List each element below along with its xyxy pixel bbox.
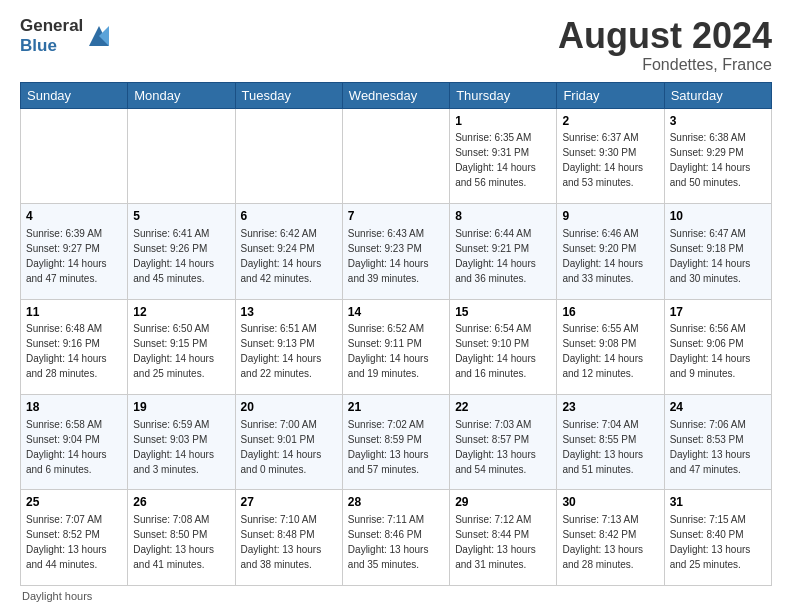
table-row: 27Sunrise: 7:10 AM Sunset: 8:48 PM Dayli…	[235, 490, 342, 586]
day-number: 7	[348, 208, 444, 225]
title-block: August 2024 Fondettes, France	[558, 16, 772, 74]
table-row: 5Sunrise: 6:41 AM Sunset: 9:26 PM Daylig…	[128, 204, 235, 299]
table-row: 9Sunrise: 6:46 AM Sunset: 9:20 PM Daylig…	[557, 204, 664, 299]
table-row	[21, 108, 128, 203]
table-row: 2Sunrise: 6:37 AM Sunset: 9:30 PM Daylig…	[557, 108, 664, 203]
table-row: 14Sunrise: 6:52 AM Sunset: 9:11 PM Dayli…	[342, 299, 449, 394]
day-number: 25	[26, 494, 122, 511]
table-row: 16Sunrise: 6:55 AM Sunset: 9:08 PM Dayli…	[557, 299, 664, 394]
table-row: 3Sunrise: 6:38 AM Sunset: 9:29 PM Daylig…	[664, 108, 771, 203]
day-info: Sunrise: 7:15 AM Sunset: 8:40 PM Dayligh…	[670, 514, 751, 570]
table-row: 20Sunrise: 7:00 AM Sunset: 9:01 PM Dayli…	[235, 395, 342, 490]
day-info: Sunrise: 6:47 AM Sunset: 9:18 PM Dayligh…	[670, 228, 751, 284]
day-info: Sunrise: 6:39 AM Sunset: 9:27 PM Dayligh…	[26, 228, 107, 284]
header: General Blue August 2024 Fondettes, Fran…	[20, 16, 772, 74]
table-row: 23Sunrise: 7:04 AM Sunset: 8:55 PM Dayli…	[557, 395, 664, 490]
day-number: 21	[348, 399, 444, 416]
day-number: 22	[455, 399, 551, 416]
table-row	[342, 108, 449, 203]
day-number: 20	[241, 399, 337, 416]
title-location: Fondettes, France	[558, 56, 772, 74]
day-info: Sunrise: 7:13 AM Sunset: 8:42 PM Dayligh…	[562, 514, 643, 570]
table-row: 6Sunrise: 6:42 AM Sunset: 9:24 PM Daylig…	[235, 204, 342, 299]
day-info: Sunrise: 6:54 AM Sunset: 9:10 PM Dayligh…	[455, 323, 536, 379]
day-info: Sunrise: 7:11 AM Sunset: 8:46 PM Dayligh…	[348, 514, 429, 570]
day-info: Sunrise: 6:35 AM Sunset: 9:31 PM Dayligh…	[455, 132, 536, 188]
col-wednesday: Wednesday	[342, 82, 449, 108]
table-row: 29Sunrise: 7:12 AM Sunset: 8:44 PM Dayli…	[450, 490, 557, 586]
day-number: 13	[241, 304, 337, 321]
calendar-table: Sunday Monday Tuesday Wednesday Thursday…	[20, 82, 772, 586]
col-sunday: Sunday	[21, 82, 128, 108]
logo-blue: Blue	[20, 36, 83, 56]
day-number: 23	[562, 399, 658, 416]
day-info: Sunrise: 6:46 AM Sunset: 9:20 PM Dayligh…	[562, 228, 643, 284]
day-number: 18	[26, 399, 122, 416]
calendar-week-5: 25Sunrise: 7:07 AM Sunset: 8:52 PM Dayli…	[21, 490, 772, 586]
page: General Blue August 2024 Fondettes, Fran…	[0, 0, 792, 612]
day-number: 5	[133, 208, 229, 225]
day-number: 24	[670, 399, 766, 416]
logo-general: General	[20, 16, 83, 36]
day-info: Sunrise: 6:37 AM Sunset: 9:30 PM Dayligh…	[562, 132, 643, 188]
day-info: Sunrise: 7:00 AM Sunset: 9:01 PM Dayligh…	[241, 419, 322, 475]
title-month: August 2024	[558, 16, 772, 56]
table-row: 7Sunrise: 6:43 AM Sunset: 9:23 PM Daylig…	[342, 204, 449, 299]
table-row: 1Sunrise: 6:35 AM Sunset: 9:31 PM Daylig…	[450, 108, 557, 203]
day-info: Sunrise: 6:38 AM Sunset: 9:29 PM Dayligh…	[670, 132, 751, 188]
day-number: 12	[133, 304, 229, 321]
calendar-week-3: 11Sunrise: 6:48 AM Sunset: 9:16 PM Dayli…	[21, 299, 772, 394]
day-number: 6	[241, 208, 337, 225]
day-info: Sunrise: 6:55 AM Sunset: 9:08 PM Dayligh…	[562, 323, 643, 379]
day-info: Sunrise: 6:56 AM Sunset: 9:06 PM Dayligh…	[670, 323, 751, 379]
day-info: Sunrise: 7:02 AM Sunset: 8:59 PM Dayligh…	[348, 419, 429, 475]
day-number: 17	[670, 304, 766, 321]
table-row: 24Sunrise: 7:06 AM Sunset: 8:53 PM Dayli…	[664, 395, 771, 490]
table-row: 26Sunrise: 7:08 AM Sunset: 8:50 PM Dayli…	[128, 490, 235, 586]
calendar-week-2: 4Sunrise: 6:39 AM Sunset: 9:27 PM Daylig…	[21, 204, 772, 299]
day-number: 28	[348, 494, 444, 511]
day-info: Sunrise: 6:59 AM Sunset: 9:03 PM Dayligh…	[133, 419, 214, 475]
col-tuesday: Tuesday	[235, 82, 342, 108]
table-row: 8Sunrise: 6:44 AM Sunset: 9:21 PM Daylig…	[450, 204, 557, 299]
day-info: Sunrise: 7:10 AM Sunset: 8:48 PM Dayligh…	[241, 514, 322, 570]
day-number: 30	[562, 494, 658, 511]
day-number: 31	[670, 494, 766, 511]
day-info: Sunrise: 7:07 AM Sunset: 8:52 PM Dayligh…	[26, 514, 107, 570]
day-info: Sunrise: 6:43 AM Sunset: 9:23 PM Dayligh…	[348, 228, 429, 284]
calendar-header-row: Sunday Monday Tuesday Wednesday Thursday…	[21, 82, 772, 108]
table-row: 11Sunrise: 6:48 AM Sunset: 9:16 PM Dayli…	[21, 299, 128, 394]
calendar-week-1: 1Sunrise: 6:35 AM Sunset: 9:31 PM Daylig…	[21, 108, 772, 203]
table-row: 25Sunrise: 7:07 AM Sunset: 8:52 PM Dayli…	[21, 490, 128, 586]
table-row: 15Sunrise: 6:54 AM Sunset: 9:10 PM Dayli…	[450, 299, 557, 394]
day-number: 19	[133, 399, 229, 416]
table-row: 19Sunrise: 6:59 AM Sunset: 9:03 PM Dayli…	[128, 395, 235, 490]
day-number: 4	[26, 208, 122, 225]
day-number: 2	[562, 113, 658, 130]
table-row: 22Sunrise: 7:03 AM Sunset: 8:57 PM Dayli…	[450, 395, 557, 490]
day-info: Sunrise: 7:03 AM Sunset: 8:57 PM Dayligh…	[455, 419, 536, 475]
day-info: Sunrise: 6:50 AM Sunset: 9:15 PM Dayligh…	[133, 323, 214, 379]
day-number: 16	[562, 304, 658, 321]
day-number: 10	[670, 208, 766, 225]
col-thursday: Thursday	[450, 82, 557, 108]
day-info: Sunrise: 7:04 AM Sunset: 8:55 PM Dayligh…	[562, 419, 643, 475]
col-monday: Monday	[128, 82, 235, 108]
day-number: 14	[348, 304, 444, 321]
day-info: Sunrise: 6:58 AM Sunset: 9:04 PM Dayligh…	[26, 419, 107, 475]
table-row: 28Sunrise: 7:11 AM Sunset: 8:46 PM Dayli…	[342, 490, 449, 586]
day-info: Sunrise: 6:41 AM Sunset: 9:26 PM Dayligh…	[133, 228, 214, 284]
day-info: Sunrise: 7:12 AM Sunset: 8:44 PM Dayligh…	[455, 514, 536, 570]
day-number: 8	[455, 208, 551, 225]
day-info: Sunrise: 7:06 AM Sunset: 8:53 PM Dayligh…	[670, 419, 751, 475]
day-info: Sunrise: 6:42 AM Sunset: 9:24 PM Dayligh…	[241, 228, 322, 284]
day-info: Sunrise: 6:48 AM Sunset: 9:16 PM Dayligh…	[26, 323, 107, 379]
logo-icon	[85, 22, 113, 50]
day-info: Sunrise: 6:51 AM Sunset: 9:13 PM Dayligh…	[241, 323, 322, 379]
day-info: Sunrise: 6:44 AM Sunset: 9:21 PM Dayligh…	[455, 228, 536, 284]
table-row: 4Sunrise: 6:39 AM Sunset: 9:27 PM Daylig…	[21, 204, 128, 299]
calendar-week-4: 18Sunrise: 6:58 AM Sunset: 9:04 PM Dayli…	[21, 395, 772, 490]
col-friday: Friday	[557, 82, 664, 108]
day-number: 26	[133, 494, 229, 511]
table-row: 17Sunrise: 6:56 AM Sunset: 9:06 PM Dayli…	[664, 299, 771, 394]
